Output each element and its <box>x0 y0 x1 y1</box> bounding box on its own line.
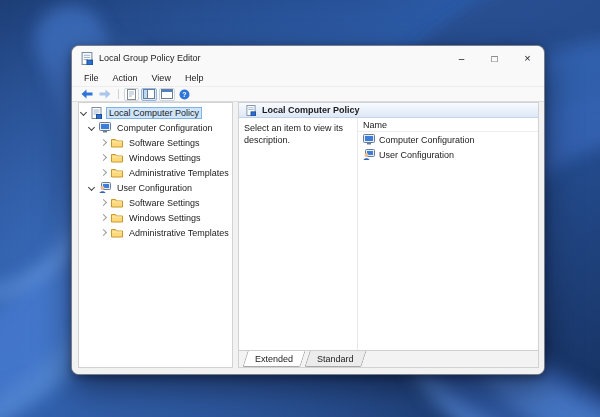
console-window-icon <box>161 89 173 99</box>
gpedit-window: Local Group Policy Editor – □ × File Act… <box>71 45 545 375</box>
forward-icon <box>99 89 111 99</box>
chevron-down-icon[interactable] <box>88 124 95 131</box>
back-icon <box>81 89 93 99</box>
policy-document-icon <box>90 106 103 119</box>
list-item-label: Computer Configuration <box>379 135 475 145</box>
chevron-right-icon[interactable] <box>100 229 107 236</box>
tree-item-label: User Configuration <box>115 183 194 193</box>
forward-button[interactable] <box>97 88 113 101</box>
result-pane-body: Select an item to view its description. … <box>239 118 538 350</box>
tab-label: Standard <box>317 354 354 364</box>
desktop: Local Group Policy Editor – □ × File Act… <box>0 0 600 417</box>
svg-text:?: ? <box>182 91 186 98</box>
close-button[interactable]: × <box>511 46 544 70</box>
tree-item-windows-settings-computer[interactable]: Windows Settings <box>79 150 232 165</box>
chevron-right-icon[interactable] <box>100 169 107 176</box>
column-header-name[interactable]: Name <box>358 118 538 132</box>
tree-item-label: Software Settings <box>127 138 202 148</box>
minimize-button[interactable]: – <box>445 46 478 70</box>
show-hide-console-tree-button[interactable] <box>141 88 157 101</box>
tree-item-computer-configuration[interactable]: Computer Configuration <box>79 120 232 135</box>
result-list: Name Computer Configuration <box>357 118 538 350</box>
toolbar-separator <box>118 89 119 99</box>
maximize-button[interactable]: □ <box>478 46 511 70</box>
tree-item-administrative-templates-computer[interactable]: Administrative Templates <box>79 165 232 180</box>
help-icon: ? <box>179 89 190 100</box>
show-hide-console-tree-icon <box>143 89 155 99</box>
chevron-down-icon[interactable] <box>88 184 95 191</box>
folder-icon <box>110 136 123 149</box>
view-tabstrip: Extended Standard <box>239 350 538 367</box>
export-list-icon <box>127 89 136 100</box>
computer-monitor-icon <box>98 121 111 134</box>
folder-icon <box>110 226 123 239</box>
policy-document-icon <box>244 104 257 117</box>
computer-monitor-icon <box>362 133 375 146</box>
toolbar: ? <box>72 87 544 102</box>
folder-icon <box>110 166 123 179</box>
menu-help[interactable]: Help <box>178 73 211 83</box>
tree-item-local-computer-policy[interactable]: Local Computer Policy <box>79 105 232 120</box>
help-button[interactable]: ? <box>177 88 192 101</box>
menu-action[interactable]: Action <box>106 73 145 83</box>
tree-item-label: Administrative Templates <box>127 168 231 178</box>
list-item-label: User Configuration <box>379 150 454 160</box>
folder-icon <box>110 211 123 224</box>
result-pane-header: Local Computer Policy <box>239 103 538 118</box>
folder-icon <box>110 196 123 209</box>
tree-item-label: Windows Settings <box>127 213 203 223</box>
item-description: Select an item to view its description. <box>239 118 357 350</box>
client-area: Local Computer Policy Computer Configura… <box>72 102 544 374</box>
tab-standard[interactable]: Standard <box>304 351 366 367</box>
window-controls: – □ × <box>445 46 544 70</box>
back-button[interactable] <box>79 88 95 101</box>
chevron-right-icon[interactable] <box>100 199 107 206</box>
chevron-right-icon[interactable] <box>100 214 107 221</box>
chevron-right-icon[interactable] <box>100 154 107 161</box>
tree-item-label: Administrative Templates <box>127 228 231 238</box>
tree-item-software-settings-user[interactable]: Software Settings <box>79 195 232 210</box>
tree-item-label: Windows Settings <box>127 153 203 163</box>
tree-item-administrative-templates-user[interactable]: Administrative Templates <box>79 225 232 240</box>
tree-item-label: Local Computer Policy <box>107 108 201 118</box>
chevron-down-icon[interactable] <box>80 109 87 116</box>
folder-icon <box>110 151 123 164</box>
result-pane: Local Computer Policy Select an item to … <box>238 102 539 368</box>
user-icon <box>98 181 111 194</box>
tab-label: Extended <box>255 354 293 364</box>
export-list-button[interactable] <box>124 88 139 101</box>
tab-extended[interactable]: Extended <box>242 351 305 367</box>
window-title: Local Group Policy Editor <box>99 53 439 63</box>
titlebar[interactable]: Local Group Policy Editor – □ × <box>72 46 544 70</box>
user-icon <box>362 148 375 161</box>
list-item-user-configuration[interactable]: User Configuration <box>358 147 538 162</box>
result-pane-title: Local Computer Policy <box>262 105 360 115</box>
tree-item-windows-settings-user[interactable]: Windows Settings <box>79 210 232 225</box>
tree-item-label: Software Settings <box>127 198 202 208</box>
tree-item-software-settings-computer[interactable]: Software Settings <box>79 135 232 150</box>
tree-item-user-configuration[interactable]: User Configuration <box>79 180 232 195</box>
console-tree-pane: Local Computer Policy Computer Configura… <box>78 102 233 368</box>
console-window-button[interactable] <box>159 88 175 101</box>
menubar: File Action View Help <box>72 70 544 87</box>
menu-view[interactable]: View <box>145 73 178 83</box>
list-item-computer-configuration[interactable]: Computer Configuration <box>358 132 538 147</box>
gpedit-app-icon <box>81 52 93 65</box>
chevron-right-icon[interactable] <box>100 139 107 146</box>
tree-item-label: Computer Configuration <box>115 123 215 133</box>
menu-file[interactable]: File <box>77 73 106 83</box>
